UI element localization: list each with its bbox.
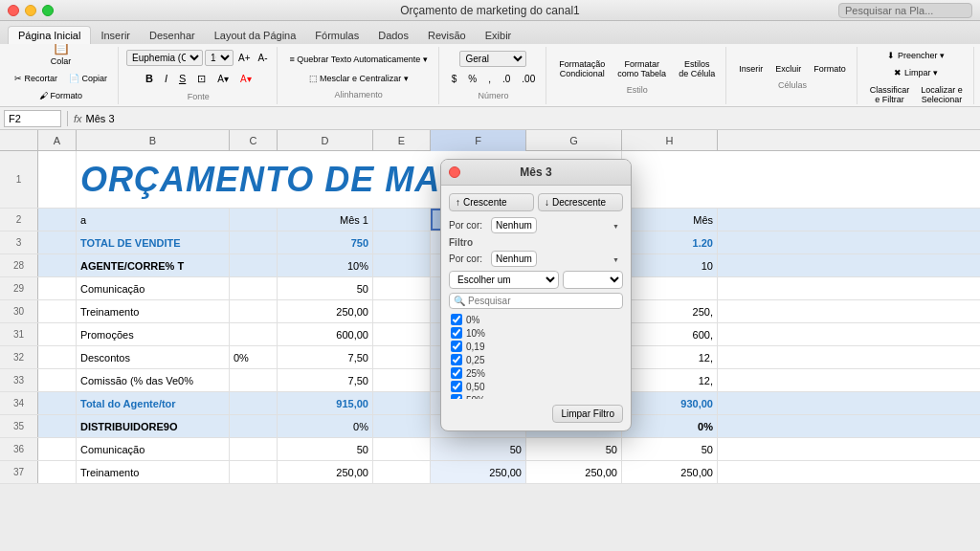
cell-28-d[interactable]: 10% <box>278 254 373 276</box>
font-decrease-button[interactable]: A- <box>256 51 271 65</box>
currency-button[interactable]: $ <box>447 71 462 87</box>
cell-styles-button[interactable]: Estilosde Célula <box>674 56 720 81</box>
formula-input[interactable] <box>86 113 976 124</box>
cell-32-c[interactable]: 0% <box>230 346 278 368</box>
tab-exibir[interactable]: Exibir <box>476 27 522 44</box>
filter-checkbox-5[interactable] <box>451 381 462 392</box>
cell-37-d[interactable]: 250,00 <box>278 461 373 483</box>
cell-3-b[interactable]: TOTAL DE VENDITE <box>77 231 230 253</box>
insert-cell-button[interactable]: Inserir <box>734 61 768 77</box>
cell-29-a[interactable] <box>38 277 77 299</box>
cell-35-b[interactable]: DISTRIBUIDORE9O <box>77 415 230 437</box>
number-format-select[interactable]: Geral <box>459 51 526 67</box>
cell-30-d[interactable]: 250,00 <box>278 300 373 322</box>
filtro-por-cor-select[interactable]: Nenhum <box>491 251 537 267</box>
italic-button[interactable]: I <box>160 70 172 87</box>
escolher-select[interactable]: Escolher um <box>449 271 559 289</box>
cell-34-d[interactable]: 915,00 <box>278 392 373 414</box>
cell-31-b[interactable]: Promoções <box>77 323 230 345</box>
search-input[interactable]: Pesquisar na Pla... <box>838 3 972 18</box>
cell-35-c[interactable] <box>230 415 278 437</box>
cell-2-a[interactable] <box>38 209 77 231</box>
cell-37-e[interactable] <box>373 461 431 483</box>
search-filter-input[interactable] <box>468 296 618 306</box>
cell-30-c[interactable] <box>230 300 278 322</box>
filter-checkbox-4[interactable] <box>451 367 462 379</box>
cell-34-a[interactable] <box>38 392 77 414</box>
cell-a1[interactable] <box>38 151 77 208</box>
fill-button[interactable]: ⬇ Preencher ▾ <box>882 48 949 63</box>
sort-ascending-button[interactable]: ↑ Crescente <box>449 193 534 211</box>
cell-28-a[interactable] <box>38 254 77 276</box>
comma-button[interactable]: , <box>483 71 496 87</box>
cell-36-a[interactable] <box>38 438 77 460</box>
merge-center-button[interactable]: ⬚ Mesclar e Centralizar ▾ <box>304 71 413 86</box>
tab-formulas[interactable]: Fórmulas <box>305 27 368 44</box>
paste-button[interactable]: 📋 Colar <box>46 44 77 69</box>
cell-33-a[interactable] <box>38 369 77 391</box>
font-family-select[interactable]: Euphemia (C... <box>126 50 203 66</box>
cell-37-b[interactable]: Treinamento <box>77 461 230 483</box>
format-table-button[interactable]: Formatarcomo Tabela <box>612 56 671 81</box>
cell-2-e[interactable] <box>373 209 431 231</box>
cell-33-b[interactable]: Comissão (% das Ve0% <box>77 369 230 391</box>
por-cor-select[interactable]: Nenhum <box>491 217 537 233</box>
cell-3-a[interactable] <box>38 231 77 253</box>
dec-increase-button[interactable]: .0 <box>498 71 515 87</box>
cell-30-e[interactable] <box>373 300 431 322</box>
cell-32-a[interactable] <box>38 346 77 368</box>
sort-filter-button[interactable]: Classificare Filtrar <box>865 82 915 107</box>
cell-35-a[interactable] <box>38 415 77 437</box>
cell-33-c[interactable] <box>230 369 278 391</box>
cell-3-e[interactable] <box>373 231 431 253</box>
cell-3-c[interactable] <box>230 231 278 253</box>
cell-2-h[interactable]: Mês <box>622 209 718 231</box>
tab-revisao[interactable]: Revisão <box>418 27 476 44</box>
cell-32-h[interactable]: 12, <box>622 346 718 368</box>
cell-33-h[interactable]: 12, <box>622 369 718 391</box>
cell-28-b[interactable]: AGENTE/CORRE% T <box>77 254 230 276</box>
col-header-b[interactable]: B <box>77 130 230 151</box>
delete-cell-button[interactable]: Excluir <box>770 61 806 77</box>
escolher-select2[interactable] <box>563 271 623 289</box>
underline-button[interactable]: S <box>174 70 190 87</box>
cell-32-e[interactable] <box>373 346 431 368</box>
autosum-button[interactable]: ∑ AutoSoma ▾ <box>882 44 949 46</box>
font-size-select[interactable]: 10 <box>205 50 234 66</box>
cell-36-c[interactable] <box>230 438 278 460</box>
maximize-button[interactable] <box>42 5 54 16</box>
col-header-h[interactable]: H <box>622 130 718 151</box>
cell-3-d[interactable]: 750 <box>278 231 373 253</box>
cell-36-f[interactable]: 50 <box>431 438 526 460</box>
cell-29-h[interactable] <box>622 277 718 299</box>
cell-34-h[interactable]: 930,00 <box>622 392 718 414</box>
cell-31-d[interactable]: 600,00 <box>278 323 373 345</box>
cell-36-g[interactable]: 50 <box>526 438 622 460</box>
format-button[interactable]: 🖌 Formato <box>34 88 87 103</box>
filter-checkbox-0[interactable] <box>451 314 462 325</box>
cell-29-b[interactable]: Comunicação <box>77 277 230 299</box>
search-area[interactable]: Pesquisar na Pla... <box>838 3 972 18</box>
search-filter-row[interactable]: 🔍 <box>449 293 623 309</box>
dec-decrease-button[interactable]: .00 <box>517 71 540 87</box>
filter-checkbox-3[interactable] <box>451 354 462 365</box>
cell-30-a[interactable] <box>38 300 77 322</box>
filter-checkbox-1[interactable] <box>451 327 462 339</box>
font-color-button[interactable]: A▾ <box>235 71 256 87</box>
cell-reference-input[interactable] <box>4 110 61 127</box>
col-header-e[interactable]: E <box>373 130 431 151</box>
conditional-format-button[interactable]: FormataçãoCondicional <box>554 56 610 81</box>
sort-descending-button[interactable]: ↓ Decrescente <box>538 193 623 211</box>
cell-36-h[interactable]: 50 <box>622 438 718 460</box>
cell-32-d[interactable]: 7,50 <box>278 346 373 368</box>
cell-31-a[interactable] <box>38 323 77 345</box>
cell-34-e[interactable] <box>373 392 431 414</box>
wrap-text-button[interactable]: ≡ Quebrar Texto Automaticamente ▾ <box>285 52 433 67</box>
filter-checkbox-6[interactable] <box>451 394 462 399</box>
cell-33-d[interactable]: 7,50 <box>278 369 373 391</box>
cell-34-b[interactable]: Total do Agente/tor <box>77 392 230 414</box>
filter-checkbox-2[interactable] <box>451 341 462 352</box>
clear-button[interactable]: ✖ Limpar ▾ <box>882 65 949 80</box>
tab-dados[interactable]: Dados <box>368 27 418 44</box>
cell-29-c[interactable] <box>230 277 278 299</box>
